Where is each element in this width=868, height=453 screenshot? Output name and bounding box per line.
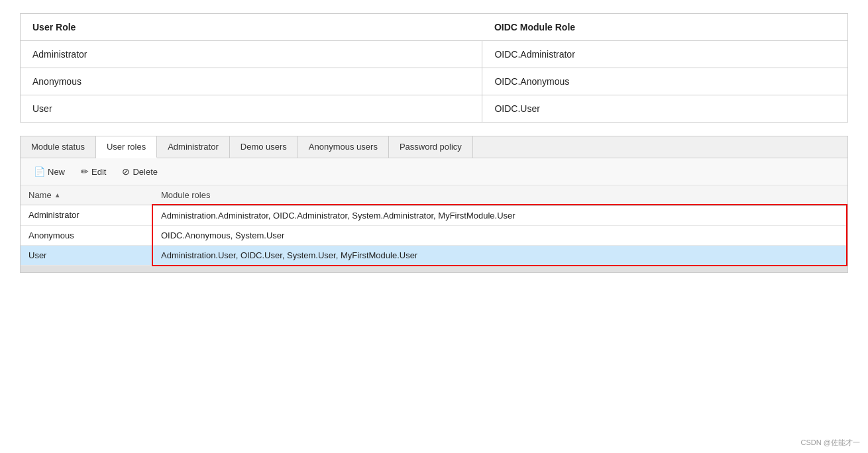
tabs-bar: Module statusUser rolesAdministratorDemo… <box>21 136 847 158</box>
edit-label: Edit <box>91 167 106 177</box>
tab-anonymous-users[interactable]: Anonymous users <box>298 136 389 158</box>
roles-cell: OIDC.Anonymous, System.User <box>153 225 847 245</box>
name-cell: Administrator <box>21 205 153 225</box>
roles-cell: Administration.User, OIDC.User, System.U… <box>153 245 847 265</box>
edit-button[interactable]: ✏ Edit <box>74 164 113 179</box>
table-row[interactable]: User Administration.User, OIDC.User, Sys… <box>21 245 847 265</box>
new-label: New <box>48 167 65 177</box>
delete-icon: ⊘ <box>122 166 130 177</box>
new-icon: 📄 <box>34 166 45 177</box>
name-cell: Anonymous <box>21 225 153 245</box>
table-row[interactable]: Anonymous OIDC.Anonymous, System.User <box>21 225 847 245</box>
name-cell: User <box>21 245 153 265</box>
user-role-cell: Anonymous <box>21 68 482 95</box>
col-oidc-role-header: OIDC Module Role <box>482 14 847 41</box>
col-name-header[interactable]: Name ▲ <box>21 185 153 205</box>
data-table: Name ▲ Module roles Administrator Admini… <box>21 185 847 266</box>
role-mapping-table: User Role OIDC Module Role Administrator… <box>20 13 848 123</box>
roles-cell: Administration.Administrator, OIDC.Admin… <box>153 205 847 225</box>
tab-module-status[interactable]: Module status <box>21 136 96 158</box>
table-row: Administrator OIDC.Administrator <box>21 41 847 68</box>
col-user-role-header: User Role <box>21 14 482 41</box>
oidc-role-cell: OIDC.User <box>482 95 847 123</box>
scrollbar[interactable] <box>21 266 847 272</box>
delete-label: Delete <box>133 167 158 177</box>
delete-button[interactable]: ⊘ Delete <box>115 164 164 179</box>
tab-user-roles[interactable]: User roles <box>96 136 157 158</box>
table-row: User OIDC.User <box>21 95 847 123</box>
table-row: Anonymous OIDC.Anonymous <box>21 68 847 95</box>
watermark: CSDN @佐能才一 <box>801 438 860 448</box>
tab-demo-users[interactable]: Demo users <box>230 136 298 158</box>
toolbar: 📄 New ✏ Edit ⊘ Delete <box>21 158 847 185</box>
tab-password-policy[interactable]: Password policy <box>389 136 473 158</box>
edit-icon: ✏ <box>81 166 89 177</box>
table-row[interactable]: Administrator Administration.Administrat… <box>21 205 847 225</box>
col-roles-header: Module roles <box>153 185 847 205</box>
tab-panel: Module statusUser rolesAdministratorDemo… <box>20 136 848 273</box>
user-role-cell: User <box>21 95 482 123</box>
tab-administrator[interactable]: Administrator <box>157 136 230 158</box>
sort-arrow-icon: ▲ <box>54 191 61 199</box>
oidc-role-cell: OIDC.Anonymous <box>482 68 847 95</box>
table-wrapper: Name ▲ Module roles Administrator Admini… <box>21 185 847 266</box>
user-role-cell: Administrator <box>21 41 482 68</box>
new-button[interactable]: 📄 New <box>27 164 72 179</box>
oidc-role-cell: OIDC.Administrator <box>482 41 847 68</box>
